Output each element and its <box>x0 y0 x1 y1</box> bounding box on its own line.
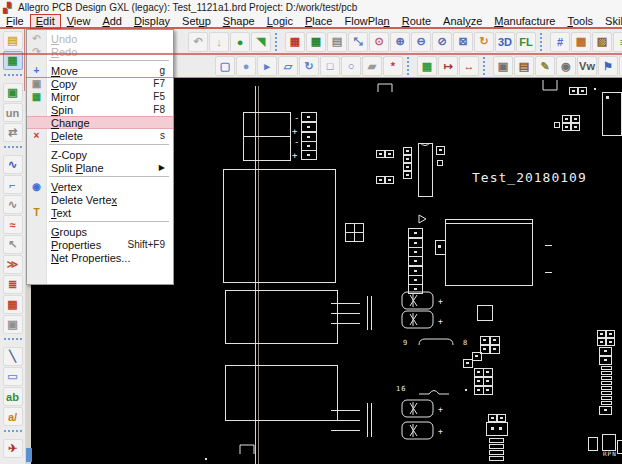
svg-text:RPN: RPN <box>603 450 617 457</box>
fanout-icon[interactable]: ▦ <box>3 295 23 314</box>
color-dialog-icon[interactable]: ▩ <box>571 32 591 52</box>
edit-tools-icon[interactable]: ✎ <box>535 56 555 76</box>
move-component-icon[interactable]: ▣ <box>3 83 23 102</box>
add-text-icon[interactable]: ab <box>3 387 23 406</box>
annotation-line-3 <box>26 77 622 78</box>
toolbar-separator <box>540 33 547 51</box>
menu-item-label: Z-Copy <box>51 149 87 161</box>
edit-menu-item-properties[interactable]: PropertiesShift+F9 <box>27 238 173 251</box>
shape-move-icon[interactable]: ▱ <box>278 56 298 76</box>
edit-menu-item-copy[interactable]: ▣CopyF7 <box>27 77 173 90</box>
delete-icon: × <box>29 130 44 141</box>
copy-route-icon[interactable]: ▣ <box>3 315 23 334</box>
custom-smooth-icon[interactable]: ≣ <box>3 275 23 294</box>
mirror-icon: ▦ <box>29 91 44 102</box>
menu-item-shortcut: F7 <box>153 78 165 89</box>
add-connect-icon[interactable]: ∿ <box>3 155 23 174</box>
menu-item-label: Text <box>51 207 71 219</box>
edit-menu-item-mirror[interactable]: ▦MirrorF5 <box>27 90 173 103</box>
zoom-select-icon[interactable]: ⊘ <box>432 32 452 52</box>
zoom-out-icon[interactable]: ⊖ <box>411 32 431 52</box>
edit-menu-item-vertex[interactable]: ◉Vertex <box>27 180 173 193</box>
zoom-world-icon[interactable]: ⊠ <box>453 32 473 52</box>
unplace-icon[interactable]: un <box>3 103 23 122</box>
open-drawing-icon[interactable]: ▤ <box>3 31 23 50</box>
view-3d-icon[interactable]: 3D <box>495 32 515 52</box>
svg-text:+: + <box>292 150 298 160</box>
route-with-via-icon[interactable]: ⌐ <box>3 175 23 194</box>
svg-text:8: 8 <box>463 339 468 347</box>
edit-menu-item-delete[interactable]: ×Deletes <box>27 129 173 142</box>
menu-item-label: Mirror <box>51 91 80 103</box>
menu-item-label: Groups <box>51 226 87 238</box>
menu-item-label: Redo <box>51 46 77 58</box>
svg-text:-: - <box>294 113 300 123</box>
file-import-icon[interactable]: ↓ <box>209 32 229 52</box>
edit-menu-dropdown: ↶Undo↷Redo+Moveg▣CopyF7▦MirrorF5SpinF8Ch… <box>26 29 174 285</box>
shove-icon[interactable]: ≫ <box>3 255 23 274</box>
toolbar-separator <box>4 338 22 344</box>
zoom-fit-icon[interactable]: ⤡ <box>348 32 368 52</box>
shape-rect-icon[interactable]: ▢ <box>215 56 235 76</box>
shape-void-icon[interactable]: ▰ <box>362 56 382 76</box>
circle-outline-icon[interactable]: ○ <box>341 56 361 76</box>
grid-toggle-icon[interactable]: # <box>550 32 570 52</box>
copy-icon: ▣ <box>29 78 44 89</box>
plane-tool-icon[interactable]: ✈ <box>3 439 23 458</box>
edit-menu-item-z-copy[interactable]: Z-Copy <box>27 148 173 161</box>
highlight-icon[interactable]: * <box>383 56 403 76</box>
edit-menu-item-delete-vertex[interactable]: Delete Vertex <box>27 193 173 206</box>
shape-circle-icon[interactable]: ● <box>236 56 256 76</box>
submenu-arrow-icon: ▶ <box>159 163 165 172</box>
edit-menu-item-groups[interactable]: Groups <box>27 225 173 238</box>
add-rect-icon[interactable]: ▭ <box>3 367 23 386</box>
pin-tool-icon[interactable]: ◥ <box>251 32 271 52</box>
snapshot-icon[interactable]: ◉ <box>556 56 576 76</box>
menu-item-shortcut: F8 <box>153 104 165 115</box>
menu-item-label: Change <box>51 117 90 129</box>
edit-menu-item-move[interactable]: +Moveg <box>27 64 173 77</box>
annotation-line-vertical <box>24 29 25 91</box>
toolbar-separator <box>483 57 490 75</box>
view-options-icon[interactable]: Vw <box>577 56 597 76</box>
edit-menu-item-spin[interactable]: SpinF8 <box>27 103 173 116</box>
swap-components-icon[interactable]: ⇄ <box>3 123 23 142</box>
flag-tool-icon[interactable]: ⚑ <box>598 56 618 76</box>
flip-design-icon[interactable]: FL <box>516 32 536 52</box>
dimension-icon[interactable]: ↔ <box>459 56 479 76</box>
menu-item-label: Delete Vertex <box>51 194 117 206</box>
undo-icon[interactable]: ↶ <box>188 32 208 52</box>
edit-menu-item-change[interactable]: Change <box>27 116 173 129</box>
menu-item-shortcut: s <box>160 130 165 141</box>
shadow-mode-icon[interactable]: ▨ <box>592 32 612 52</box>
app-icon: ▞ <box>3 2 14 13</box>
zoom-in-icon[interactable]: ⊕ <box>390 32 410 52</box>
delay-tune-icon[interactable]: ∿ <box>3 195 23 214</box>
pin-escape-icon[interactable]: ↖ <box>3 235 23 254</box>
display-element-icon[interactable]: ▦ <box>417 56 437 76</box>
measure-icon[interactable]: ↦ <box>438 56 458 76</box>
select-shape-icon[interactable]: ▸ <box>257 56 277 76</box>
copy-group-icon[interactable]: ▣ <box>493 56 513 76</box>
menu-item-label: Split Plane <box>51 162 104 174</box>
svg-text:+: + <box>292 126 298 136</box>
layer-stack-icon[interactable]: ≡ <box>613 32 622 52</box>
visibility-red-icon[interactable]: ▦ <box>285 32 305 52</box>
edit-menu-item-split-plane[interactable]: Split Plane▶ <box>27 161 173 174</box>
shape-rotate-icon[interactable]: ↻ <box>299 56 319 76</box>
redo-icon: ↷ <box>29 46 44 57</box>
edit-menu-item-text[interactable]: TText <box>27 206 173 219</box>
visibility-green-icon[interactable]: ▦ <box>306 32 326 52</box>
rect-outline-icon[interactable]: □ <box>320 56 340 76</box>
toolbar-separator <box>4 74 22 80</box>
slide-icon[interactable]: ≈ <box>3 215 23 234</box>
redraw-icon[interactable]: ↻ <box>474 32 494 52</box>
add-line-icon[interactable]: ╲ <box>3 347 23 366</box>
unrats-icon[interactable]: ▤ <box>327 32 347 52</box>
shell-icon[interactable]: ● <box>230 32 250 52</box>
edit-text-icon[interactable]: a/ <box>3 407 23 426</box>
zoom-points-icon[interactable]: ⊙ <box>369 32 389 52</box>
library-icon[interactable]: ▤ <box>514 56 534 76</box>
svg-text:9: 9 <box>403 339 408 347</box>
edit-menu-item-net-properties[interactable]: Net Properties... <box>27 251 173 264</box>
